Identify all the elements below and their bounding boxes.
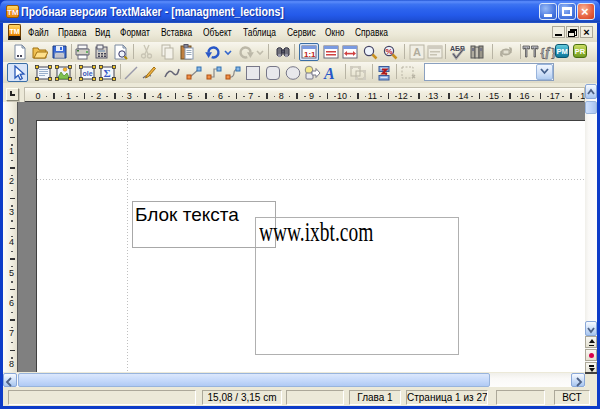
- svg-text:{: {: [540, 45, 545, 60]
- svg-text:A: A: [413, 46, 421, 58]
- svg-text:f: f: [546, 45, 551, 59]
- svg-text:%: %: [386, 47, 393, 56]
- svg-text:A: A: [323, 65, 335, 82]
- svg-text:Σ: Σ: [104, 67, 111, 79]
- svg-text:ole: ole: [83, 70, 93, 77]
- svg-text:1:1: 1:1: [304, 50, 316, 59]
